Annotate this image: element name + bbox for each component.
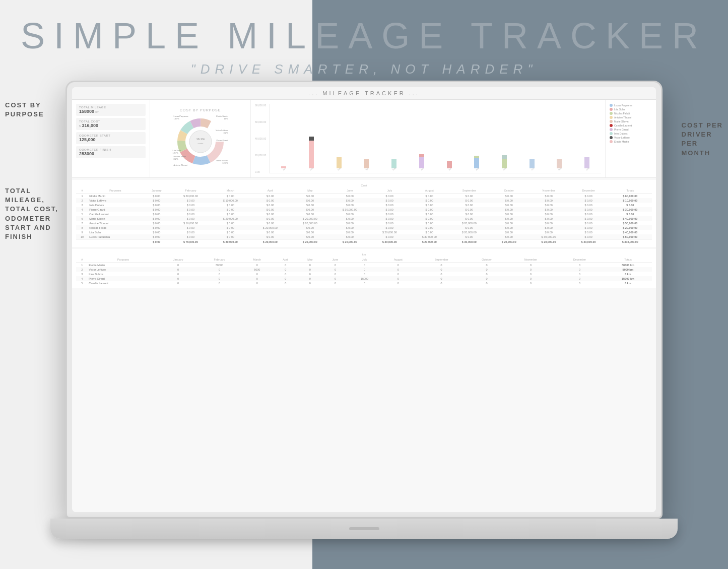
km-table-row: 2Victor Lefèvre0050000000000005000 km [76, 267, 652, 272]
stats-panel: TOTAL MILEAGE 158000 km TOTAL COST $ 316… [72, 100, 150, 177]
legend-item-ines: Inès Dubois [610, 132, 652, 135]
annotation-total: TOTAL MILEAGE, TOTAL COST, ODOMETER STAR… [5, 186, 58, 241]
odometer-finish-box: ODOMETER FINISH 283000 [76, 146, 146, 158]
bar-apr: Apr [353, 159, 379, 172]
legend-item-lea: Léa Solar [610, 108, 652, 111]
laptop-base [50, 519, 678, 539]
bar-chart-bars: Jan Feb [269, 104, 601, 173]
laptop-body: ... MILEAGE TRACKER ... TOTAL MILEAGE 15… [65, 81, 663, 519]
cost-prefix: $ [79, 124, 81, 128]
laptop-screen: ... MILEAGE TRACKER ... TOTAL MILEAGE 15… [72, 87, 656, 512]
cost-table-row: 8Nicolas Fallali$ 0.00$ 0.00$ 0.00$ 20,0… [76, 225, 652, 230]
laptop-container: ... MILEAGE TRACKER ... TOTAL MILEAGE 15… [65, 81, 663, 539]
km-section-label: km [76, 252, 652, 257]
legend-dot-marie [610, 120, 613, 123]
legend-item-lucas: Lucas Paquema [610, 104, 652, 107]
cost-table-row: 6Marie Silavin$ 0.00$ 0.00$ 20,000.00$ 0… [76, 216, 652, 221]
legend-item-elodie: Elodie Martin [610, 140, 652, 143]
cost-total-row: $ 0.00$ 76,000.00$ 30,000.00$ 20,000.00$… [76, 239, 652, 244]
top-section: TOTAL MILEAGE 158000 km TOTAL COST $ 316… [72, 100, 656, 178]
legend-panel: Lucas Paquema Léa Solar Nicolas Fallali [606, 100, 656, 177]
legend-dot-victor [610, 136, 613, 139]
bar-feb: Feb [298, 137, 324, 172]
km-table-row: 5Camille Laurent0000000000000 km [76, 281, 652, 285]
legend-dot-ines [610, 132, 613, 135]
bar-chart-area: 80,000.00 60,000.00 40,000.00 20,000.00 … [251, 100, 606, 177]
cost-table-row: 3Inès Dubois$ 0.00$ 0.00$ 0.00$ 0.00$ 0.… [76, 203, 652, 207]
sub-title: "DRIVE SMARTER, NOT HARDER" [0, 61, 728, 77]
donut-label-pierre: Pierre Girard [217, 139, 228, 142]
cost-table-row: 7Antoine Tibouni$ 0.00$ 16,000.00$ 0.00$… [76, 221, 652, 225]
screen-content: ... MILEAGE TRACKER ... TOTAL MILEAGE 15… [72, 87, 656, 512]
bar-jun: Jun [409, 154, 435, 172]
legend-dot-pierre [610, 128, 613, 131]
title-area: SIMPLE MILEAGE TRACKER "DRIVE SMARTER, N… [0, 15, 728, 77]
cost-table: # Purposes January February March April … [76, 188, 652, 244]
cost-table-row: 1Elodie Martin$ 0.00$ 60,000.00$ 0.00$ 0… [76, 194, 652, 199]
donut-label-victor: Victor Lefèvre3.2% [216, 129, 228, 134]
legend-item-pierre: Pierre Girard [610, 128, 652, 131]
km-table-row: 1Elodie Martin030000000000000030000 km [76, 263, 652, 268]
donut-label-lea: Léa Solar12.7% [173, 149, 181, 154]
legend-item-nicolas: Nicolas Fallali [610, 112, 652, 115]
donut-label-lucas: Lucas Paquema13.9% [174, 115, 188, 120]
cost-table-header: # Purposes January February March April … [76, 188, 652, 194]
svg-text:center: center [197, 142, 204, 145]
main-title: SIMPLE MILEAGE TRACKER [0, 15, 728, 56]
donut-wrapper: 16.1% center Lucas Paquema13.9% Elodie M… [173, 114, 228, 169]
legend-item-victor: Victor Lefèvre [610, 136, 652, 139]
bar-nov: Nov [547, 159, 573, 172]
km-table-row: 3Inès Dubois0000000000000 km [76, 272, 652, 276]
total-mileage-unit: km [95, 110, 99, 113]
bar-jan: Jan [271, 166, 297, 172]
cost-table-row: 4Pierre Girard$ 0.00$ 0.00$ 0.00$ 0.00$ … [76, 207, 652, 212]
bar-dec: Dec [574, 157, 600, 172]
km-table-section: km # Purposes January February March Apr… [72, 249, 656, 288]
bar-jul: Jul [436, 161, 462, 172]
cost-table-row: 5Camille Laurent$ 0.00$ 0.00$ 0.00$ 0.00… [76, 212, 652, 216]
km-table-header: # Purposes January February March April … [76, 257, 652, 263]
total-cost-box: TOTAL COST $ 316,000 [76, 118, 146, 130]
legend-dot-nicolas [610, 112, 613, 115]
donut-label-elodie: Elodie Martin19% [216, 115, 228, 120]
odometer-finish-value: 283000 [79, 151, 143, 156]
bar-may: May [381, 159, 407, 172]
annotation-cost-by: COST BY PURPOSE [5, 101, 44, 119]
km-table-row: 4Pierre Girard000000150000000015000 km [76, 276, 652, 281]
annotation-cost-per: COST PER DRIVER PER MONTH [682, 121, 723, 158]
legend-dot-antoine [610, 116, 613, 119]
cost-section-label: Cost [76, 183, 652, 188]
cost-table-row: 9Léa Solar$ 0.00$ 0.00$ 0.00$ 0.00$ 0.00… [76, 230, 652, 234]
donut-chart-area: COST BY PURPOSE [150, 100, 251, 177]
svg-text:16.1%: 16.1% [196, 138, 205, 141]
odometer-start-box: ODOMETER START 125,000 [76, 132, 146, 144]
legend-dot-lucas [610, 104, 613, 107]
legend-item-marie: Marie Silavin [610, 120, 652, 123]
legend-dot-elodie [610, 140, 613, 143]
legend-dot-camille [610, 124, 613, 127]
donut-label-marie: Marie Silavin12.7% [217, 159, 228, 164]
km-table: # Purposes January February March April … [76, 257, 652, 285]
donut-label-nicolas: Nicolas Fallali8.2% [174, 155, 186, 160]
bar-sep: Sep [491, 155, 517, 172]
total-cost-value: 316,000 [82, 123, 99, 128]
svg-point-8 [189, 131, 212, 153]
cost-table-row: 2Victor Lefèvre$ 0.00$ 0.00$ 10,000.00$ … [76, 198, 652, 203]
bar-mar: Mar [326, 157, 352, 172]
legend-item-camille: Camille Laurent [610, 124, 652, 127]
total-mileage-value: 158000 [79, 109, 94, 114]
cost-table-section: Cost # Purposes January February March A… [72, 180, 656, 247]
legend-item-antoine: Antoine Tibouni [610, 116, 652, 119]
legend-dot-lea [610, 108, 613, 111]
cost-table-row: 10Lucas Paquemia$ 0.00$ 0.00$ 0.00$ 0.00… [76, 234, 652, 239]
bar-aug: Aug [464, 156, 490, 172]
donut-label-antoine: Antoine Tibouni [174, 164, 188, 166]
screen-header-title: ... MILEAGE TRACKER ... [308, 90, 420, 96]
donut-title: COST BY PURPOSE [180, 108, 221, 112]
total-mileage-box: TOTAL MILEAGE 158000 km [76, 104, 146, 116]
bar-oct: Oct [519, 159, 545, 172]
y-labels: 80,000.00 60,000.00 40,000.00 20,000.00 … [255, 104, 266, 173]
odometer-start-value: 125,000 [79, 137, 143, 142]
screen-header: ... MILEAGE TRACKER ... [72, 87, 656, 100]
